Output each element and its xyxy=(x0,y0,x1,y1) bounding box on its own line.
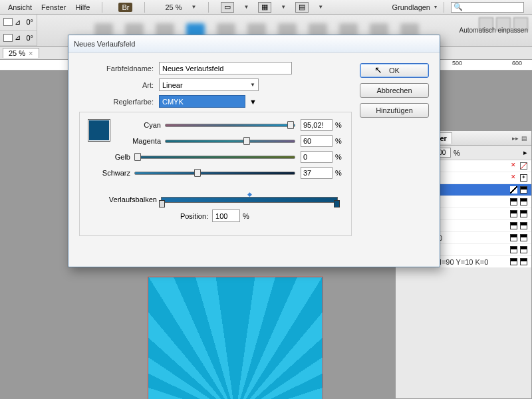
percent-label: % xyxy=(332,137,343,145)
chevron-down-icon[interactable]: ▼ xyxy=(249,98,257,106)
stopcolor-value: CMYK xyxy=(162,98,184,106)
midpoint-icon[interactable]: ◆ xyxy=(247,191,252,198)
magenta-slider[interactable] xyxy=(165,137,295,145)
gradient-label: Verlaufsbalken xyxy=(88,196,161,203)
type-value: Linear xyxy=(162,81,183,89)
gradient-ramp[interactable]: ◆ xyxy=(161,195,338,204)
dialog-title: Neues Verlaufsfeld xyxy=(74,40,135,48)
gradient-stop-right[interactable] xyxy=(334,200,340,207)
percent-label: % xyxy=(332,169,343,177)
magenta-input[interactable] xyxy=(301,135,332,147)
magenta-label: Magenta xyxy=(118,137,165,145)
black-slider[interactable] xyxy=(134,169,295,177)
cyan-slider[interactable] xyxy=(165,121,295,129)
preview-swatch xyxy=(88,119,110,142)
ok-button[interactable]: OK xyxy=(360,63,429,78)
dialog-titlebar[interactable]: Neues Verlaufsfeld xyxy=(68,35,440,53)
percent-label: % xyxy=(332,121,343,129)
cyan-label: Cyan xyxy=(118,121,165,129)
black-label: Schwarz xyxy=(88,169,134,177)
cancel-button[interactable]: Abbrechen xyxy=(360,83,429,98)
percent-label: % xyxy=(240,212,251,220)
percent-label: % xyxy=(332,153,343,161)
yellow-slider[interactable] xyxy=(134,153,295,161)
add-button[interactable]: Hinzufügen xyxy=(360,103,429,118)
type-label: Art: xyxy=(79,81,159,89)
type-select[interactable]: Linear▼ xyxy=(159,78,259,91)
yellow-input[interactable] xyxy=(301,151,332,163)
black-input[interactable] xyxy=(301,167,332,179)
position-label: Position: xyxy=(180,212,212,220)
position-input[interactable] xyxy=(212,209,240,222)
cyan-input[interactable] xyxy=(301,119,332,131)
name-label: Farbfeldname: xyxy=(79,65,159,72)
dialog-overlay: Neues Verlaufsfeld Farbfeldname: Art: Li… xyxy=(0,0,532,399)
stopcolor-label: Reglerfarbe: xyxy=(79,98,159,106)
swatch-name-input[interactable] xyxy=(159,62,292,74)
stopcolor-select[interactable]: CMYK xyxy=(159,95,245,108)
gradient-stop-left[interactable] xyxy=(159,200,165,207)
new-gradient-swatch-dialog: Neues Verlaufsfeld Farbfeldname: Art: Li… xyxy=(68,35,440,267)
chevron-down-icon: ▼ xyxy=(250,82,255,88)
yellow-label: Gelb xyxy=(88,153,134,161)
color-fieldset: Cyan % Magenta % Gelb % xyxy=(79,112,352,236)
